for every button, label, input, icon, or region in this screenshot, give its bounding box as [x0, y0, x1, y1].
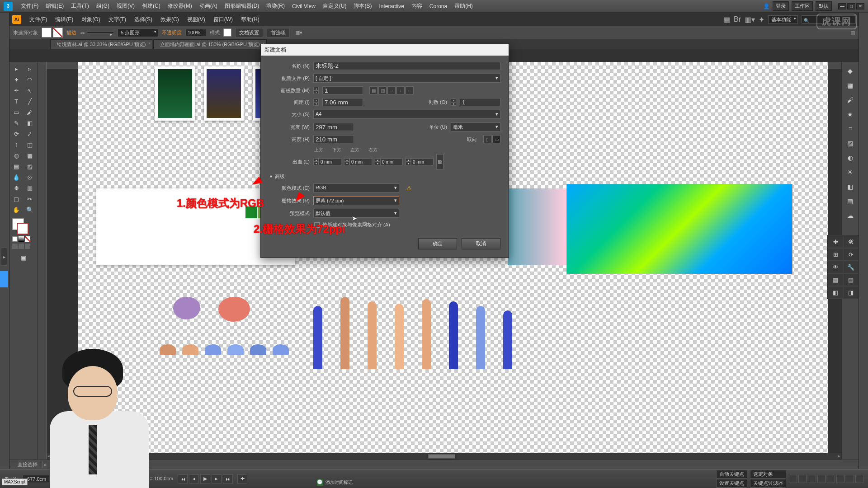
doc-tab-2[interactable]: 立面墙内部画面.ai @ 150% (RGB/GPU 预览)× [153, 39, 266, 49]
set-key-button[interactable]: 设置关键点 [716, 479, 747, 488]
width-tool-icon[interactable]: ⫿ [10, 140, 22, 150]
goto-start-icon[interactable]: ⏮ [178, 474, 188, 483]
panel-icon-b[interactable]: ▤ [843, 273, 859, 286]
ai-menu-effect[interactable]: 效果(C) [157, 14, 183, 25]
shape-builder-tool-icon[interactable]: ◍ [10, 150, 22, 160]
direct-selection-tool-icon[interactable]: ▹ [24, 64, 36, 74]
transparency-panel-icon[interactable]: ◐ [845, 152, 856, 163]
rectangle-tool-icon[interactable]: ▭ [10, 107, 22, 117]
doc-layout-icon[interactable]: ▦ [723, 15, 730, 24]
login-dropdown[interactable]: 登录 [773, 1, 789, 11]
symbols-panel-icon[interactable]: ★ [845, 109, 856, 120]
draw-behind-icon[interactable] [19, 244, 24, 249]
bleed-right-stepper[interactable]: ▴▾ [406, 158, 411, 165]
stroke-panel-icon[interactable]: ≡ [845, 123, 856, 134]
eyedropper-tool-icon[interactable]: 💧 [10, 172, 22, 182]
workspace-dropdown[interactable]: 工作区 [792, 1, 813, 11]
ai-menu-type[interactable]: 文字(T) [105, 14, 130, 25]
brushes-panel-icon[interactable]: 🖌 [845, 94, 856, 105]
libraries-panel-icon[interactable]: ☁ [845, 210, 856, 221]
fill-stroke-swap[interactable] [10, 217, 36, 235]
spacing-input[interactable] [322, 98, 363, 106]
color-mode-toggles[interactable] [10, 235, 36, 243]
hand-tool-icon[interactable]: ✋ [10, 205, 22, 215]
color-panel-icon[interactable]: ◆ [845, 66, 856, 76]
graphic-styles-panel-icon[interactable]: ◧ [845, 181, 856, 192]
free-transform-tool-icon[interactable]: ◫ [24, 140, 36, 150]
prefs-button[interactable]: 首选项 [267, 28, 290, 38]
shaper-tool-icon[interactable]: ✎ [10, 118, 22, 128]
draw-normal-icon[interactable] [12, 244, 18, 249]
max-menu-modifiers[interactable]: 修改器(M) [164, 2, 196, 10]
symbol-sprayer-tool-icon[interactable]: ❋ [10, 183, 22, 193]
doc-tab-1[interactable]: 绘境森林.ai @ 33.33% (RGB/GPU 预览)× [50, 39, 152, 49]
gradient-icon[interactable] [19, 236, 24, 242]
spacing-stepper[interactable]: ▴▾ [313, 99, 319, 106]
selection-tool-icon[interactable]: ▸ [10, 64, 22, 74]
close-tab-icon[interactable]: × [148, 41, 151, 46]
gradient-tool-icon[interactable]: ▨ [24, 161, 36, 171]
bleed-left-input[interactable] [380, 158, 403, 165]
motion-tab-icon[interactable]: ⟳ [843, 248, 859, 261]
col-icon[interactable]: ↓ [396, 86, 405, 94]
key-filter-button[interactable]: 关键点过滤器 [750, 479, 786, 488]
display-tab-icon[interactable]: 👁 [828, 261, 843, 273]
eraser-tool-icon[interactable]: ◧ [24, 118, 36, 128]
preview-mode-select[interactable]: 默认值 [313, 209, 399, 218]
style-swatch[interactable] [223, 28, 231, 37]
ai-menu-help[interactable]: 帮助(H) [237, 14, 263, 25]
draw-mode-toggles[interactable] [10, 243, 36, 250]
search-input[interactable] [802, 15, 856, 23]
left-expand-tab[interactable]: ▸ [1, 248, 7, 266]
maximize-icon[interactable]: □ [847, 3, 855, 9]
width-input[interactable] [313, 123, 354, 131]
panel-icon-c[interactable]: ◧ [828, 286, 843, 299]
max-menu-render[interactable]: 渲染(R) [263, 2, 288, 10]
cols-input[interactable] [460, 98, 500, 106]
nav-icon-a[interactable] [846, 475, 854, 483]
zoom-region-icon[interactable] [817, 475, 826, 483]
bleed-left-stepper[interactable]: ▴▾ [375, 158, 380, 165]
layers-panel-icon[interactable]: ▤ [845, 196, 856, 206]
bleed-bottom-stepper[interactable]: ▴▾ [344, 158, 349, 165]
panel-icon-d[interactable]: ◨ [843, 286, 859, 299]
screen-mode-icon[interactable]: ▣ [18, 253, 29, 263]
appearance-panel-icon[interactable]: ☀ [845, 167, 856, 178]
max-menu-help[interactable]: 帮助(H) [451, 2, 476, 10]
stroke-swatch[interactable] [53, 28, 63, 38]
brush-dropdown[interactable]: 5 点圆形 [118, 28, 158, 37]
max-menu-edit[interactable]: 编辑(E) [42, 2, 67, 10]
max-menu-graph[interactable]: 图形编辑器(D) [221, 2, 263, 10]
bridge-icon[interactable]: Br [734, 15, 741, 23]
arrange-icon[interactable]: ▥▾ [745, 15, 755, 24]
auto-key-button[interactable]: 自动关键点 [716, 470, 747, 479]
max-menu-view[interactable]: 视图(V) [113, 2, 138, 10]
gradient-panel-icon[interactable]: ▨ [845, 138, 856, 149]
swatches-panel-icon[interactable]: ▦ [845, 80, 856, 91]
none-icon[interactable] [25, 236, 30, 242]
grid-row-icon[interactable]: ▦ [369, 86, 377, 94]
artboards-input[interactable] [322, 86, 363, 94]
landscape-icon[interactable]: ▭ [492, 135, 500, 143]
rtl-icon[interactable]: ← [406, 86, 414, 94]
minimize-icon[interactable]: ― [838, 3, 846, 9]
align-pixel-checkbox[interactable] [314, 222, 320, 228]
hierarchy-tab-icon[interactable]: ⊞ [828, 248, 843, 261]
units-select[interactable]: 毫米 [451, 122, 500, 131]
selected-dropdown[interactable]: 选定对象 [750, 470, 786, 479]
stroke-color-icon[interactable] [17, 223, 28, 235]
ai-menu-file[interactable]: 文件(F) [26, 14, 51, 25]
goto-end-icon[interactable]: ⏭ [223, 474, 233, 483]
line-tool-icon[interactable]: ╱ [24, 96, 36, 106]
opacity-input[interactable]: 100% [185, 29, 206, 36]
max-menu-tools[interactable]: 工具(T) [67, 2, 92, 10]
time-tag-icon[interactable]: 🕑 [316, 479, 324, 486]
doc-setup-button[interactable]: 文档设置 [235, 28, 263, 38]
play-icon[interactable]: ▶ [200, 474, 210, 483]
close-icon[interactable]: ✕ [856, 3, 864, 9]
default-dropdown[interactable]: 默认 [816, 1, 832, 11]
row-icon[interactable]: → [387, 86, 396, 94]
blend-tool-icon[interactable]: ⊙ [24, 172, 36, 182]
bleed-right-input[interactable] [411, 158, 434, 165]
ok-button[interactable]: 确定 [418, 238, 457, 249]
